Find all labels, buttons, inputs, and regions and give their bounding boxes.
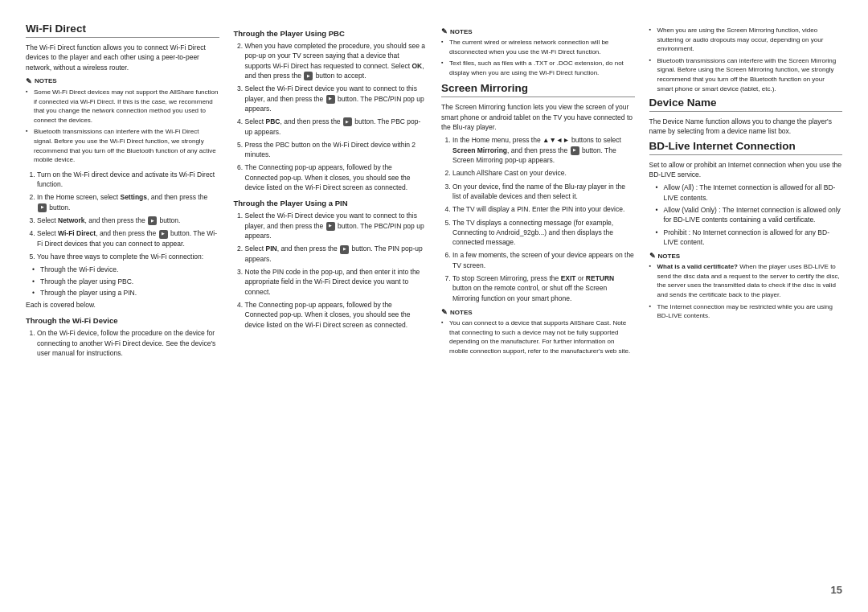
step-item: Select Network, and then press the butto… [37, 216, 219, 225]
column-2: Through the Player Using PBC When you ha… [234, 23, 428, 333]
bd-live-intro: Set to allow or prohibit an Internet con… [649, 160, 843, 180]
bd-live-notes: ✎ NOTES What is a valid certificate? Whe… [649, 252, 843, 321]
btn-icon [38, 203, 47, 212]
wifi-ways-list: Through the Wi-Fi device. Through the pl… [26, 265, 219, 298]
way-item: Through the player using a PIN. [32, 288, 219, 298]
step-item: Press the PBC button on the Wi-Fi Direct… [245, 140, 428, 160]
notes-label-4: ✎ NOTES [649, 252, 843, 260]
step-item: Select the Wi-Fi Direct device you want … [245, 84, 428, 113]
screen-mirroring-intro: The Screen Mirroring function lets you v… [441, 102, 635, 132]
step-item: The TV will display a PIN. Enter the PIN… [452, 204, 635, 214]
way-item: Through the player using PBC. [32, 277, 219, 286]
step-item: Select Wi-Fi Direct, and then press the … [37, 228, 219, 248]
bullet-item: When you are using the Screen Mirroring … [649, 26, 843, 54]
step-item: The TV displays a connecting message (fo… [452, 218, 635, 248]
through-pin-steps: Select the Wi-Fi Direct device you want … [234, 211, 428, 329]
wifi-direct-title: Wi-Fi Direct [26, 23, 219, 38]
screen-mirroring-title: Screen Mirroring [441, 82, 635, 97]
col4-bullet-list: When you are using the Screen Mirroring … [649, 26, 843, 93]
step-item: When you have completed the procedure, y… [245, 41, 428, 80]
step-item: The Connecting pop-up appears, followed … [245, 300, 428, 330]
step-item: In the Home screen, select Settings, and… [37, 192, 219, 212]
step-item: The Connecting pop-up appears, followed … [245, 162, 428, 192]
bd-item: Prohibit : No Internet connection is all… [656, 228, 843, 248]
btn-icon [159, 230, 168, 239]
step-item: On your device, find the name of the Blu… [452, 182, 635, 202]
note-item: The current wired or wireless network co… [441, 38, 635, 56]
pencil-icon-3: ✎ [441, 27, 448, 35]
note-item: The Internet connection may be restricte… [649, 302, 843, 321]
column-4: When you are using the Screen Mirroring … [649, 23, 843, 326]
wifi-direct-notes-list: Some Wi-Fi Direct devices may not suppor… [26, 88, 219, 165]
screen-mirroring-steps: In the Home menu, press the ▲▼◄► buttons… [441, 135, 635, 303]
step-item: Select the Wi-Fi Direct device you want … [245, 211, 428, 240]
bd-live-notes-list: What is a valid certificate? When the pl… [649, 262, 843, 321]
note-item: Some Wi-Fi Direct devices may not suppor… [26, 88, 219, 125]
page-number: 15 [831, 584, 842, 596]
page-layout: Wi-Fi Direct The Wi-Fi Direct function a… [26, 23, 842, 368]
device-name-title: Device Name [649, 97, 843, 112]
pencil-icon-1: ✎ [26, 77, 32, 85]
wifi-notes-2-list: The current wired or wireless network co… [441, 38, 635, 77]
screen-mirroring-notes: ✎ NOTES You can connect to a device that… [441, 308, 635, 355]
step-item: Launch AllShare Cast on your device. [452, 168, 635, 178]
through-wifi-device-title: Through the Wi-Fi Device [26, 316, 219, 325]
way-item: Through the Wi-Fi device. [32, 265, 219, 274]
wifi-direct-intro: The Wi-Fi Direct function allows you to … [26, 43, 219, 72]
bd-live-title: BD-Live Internet Connection [649, 140, 843, 155]
through-wifi-device-steps: On the Wi-Fi device, follow the procedur… [26, 328, 219, 358]
step-item: You have three ways to complete the Wi-F… [37, 252, 219, 261]
btn-icon [343, 117, 352, 126]
bd-item: Allow (All) : The Internet connection is… [656, 183, 843, 203]
device-name-intro: The Device Name function allows you to c… [649, 117, 843, 137]
pencil-icon-3b: ✎ [441, 308, 448, 316]
pencil-icon-4: ✎ [649, 252, 656, 260]
btn-icon [148, 216, 157, 225]
step-item: Note the PIN code in the pop-up, and the… [245, 267, 428, 297]
btn-icon [340, 245, 349, 254]
step-item: On the Wi-Fi device, follow the procedur… [37, 328, 219, 358]
bd-item: Allow (Valid Only) : The Internet connec… [656, 205, 843, 225]
bd-live-list: Allow (All) : The Internet connection is… [649, 183, 843, 247]
note-item: You can connect to a device that support… [441, 318, 635, 355]
step-item: Turn on the Wi-Fi direct device and acti… [37, 170, 219, 190]
btn-icon [304, 72, 313, 80]
step-item: To stop Screen Mirroring, press the EXIT… [452, 273, 635, 303]
note-item: Bluetooth transmissions can interfere wi… [26, 127, 219, 164]
ways-note: Each is covered below. [26, 300, 219, 310]
notes-label-3: ✎ NOTES [441, 27, 635, 35]
wifi-direct-notes: ✎ NOTES Some Wi-Fi Direct devices may no… [26, 77, 219, 165]
through-pin-title: Through the Player Using a PIN [234, 199, 428, 207]
column-1: Wi-Fi Direct The Wi-Fi Direct function a… [26, 23, 219, 361]
note-item: What is a valid certificate? When the pl… [649, 262, 843, 299]
notes-label-1: ✎ NOTES [26, 77, 219, 85]
screen-mirroring-notes-list: You can connect to a device that support… [441, 318, 635, 355]
bullet-item: Bluetooth transmissions can interfere wi… [649, 56, 843, 93]
step-item: Select PIN, and then press the button. T… [245, 244, 428, 264]
wifi-notes-2: ✎ NOTES The current wired or wireless ne… [441, 27, 635, 77]
through-pbc-steps: When you have completed the procedure, y… [234, 41, 428, 192]
btn-icon [326, 222, 335, 231]
step-item: Select PBC, and then press the button. T… [245, 117, 428, 137]
through-pbc-title: Through the Player Using PBC [234, 29, 428, 38]
btn-icon [571, 146, 579, 155]
btn-icon [326, 95, 335, 104]
note-item: Text files, such as files with a .TXT or… [441, 59, 635, 77]
column-3: ✎ NOTES The current wired or wireless ne… [441, 23, 635, 360]
step-item: In the Home menu, press the ▲▼◄► buttons… [452, 135, 635, 165]
wifi-direct-steps: Turn on the Wi-Fi direct device and acti… [26, 170, 219, 262]
notes-label-3b: ✎ NOTES [441, 308, 635, 316]
step-item: In a few moments, the screen of your dev… [452, 250, 635, 270]
